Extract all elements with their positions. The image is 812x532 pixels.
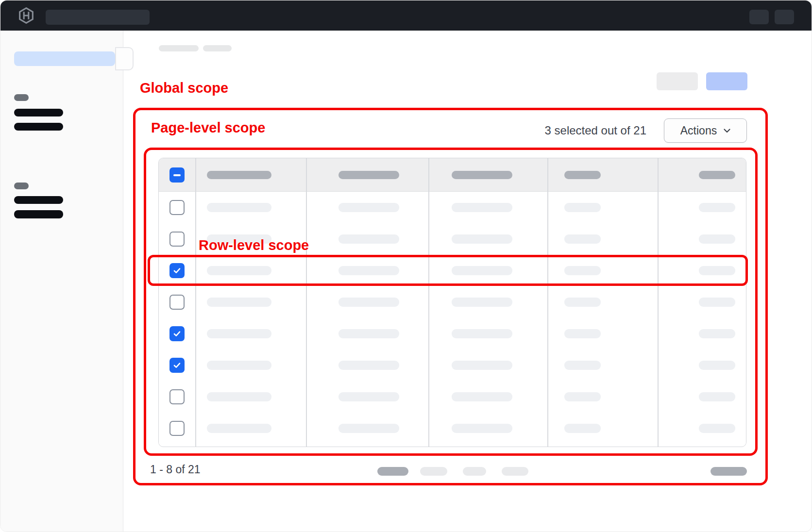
breadcrumb[interactable] bbox=[203, 45, 232, 51]
pagination-page-pill[interactable] bbox=[420, 467, 447, 476]
cell-placeholder bbox=[564, 234, 601, 244]
cell-placeholder bbox=[338, 266, 399, 275]
topbar bbox=[0, 0, 812, 31]
cell-placeholder bbox=[564, 329, 601, 338]
cell-placeholder bbox=[699, 266, 735, 275]
pagination-page-pill[interactable] bbox=[463, 467, 486, 476]
cell-placeholder bbox=[699, 298, 735, 307]
cell-placeholder bbox=[207, 424, 271, 433]
cell-placeholder bbox=[564, 203, 601, 212]
cell-placeholder bbox=[452, 234, 512, 244]
app-window: Global scope Page-level scope Row-level … bbox=[0, 0, 812, 532]
sidebar-item[interactable] bbox=[14, 123, 63, 131]
pagination-control-pill[interactable] bbox=[710, 467, 747, 476]
row-checkbox[interactable] bbox=[169, 200, 185, 215]
topbar-search-input[interactable] bbox=[46, 10, 150, 25]
sidebar bbox=[0, 31, 123, 532]
checkmark-icon bbox=[173, 266, 181, 275]
row-checkbox[interactable] bbox=[169, 232, 185, 247]
indeterminate-icon bbox=[173, 174, 181, 176]
topbar-user-button[interactable] bbox=[775, 10, 794, 24]
cell-placeholder bbox=[338, 203, 399, 212]
column-header-placeholder bbox=[452, 171, 512, 179]
pagination-page-pill-current[interactable] bbox=[377, 467, 408, 476]
cell-placeholder bbox=[207, 361, 271, 370]
cell-placeholder bbox=[338, 392, 399, 401]
actions-button[interactable]: Actions bbox=[664, 118, 747, 143]
cell-placeholder bbox=[207, 329, 271, 338]
column-header-placeholder bbox=[338, 171, 399, 179]
pagination-range: 1 - 8 of 21 bbox=[150, 463, 201, 476]
cell-placeholder bbox=[452, 361, 512, 370]
column-divider bbox=[306, 158, 307, 447]
checkmark-icon bbox=[173, 330, 181, 338]
row-checkbox[interactable] bbox=[169, 421, 185, 436]
column-divider bbox=[658, 158, 659, 447]
column-divider bbox=[195, 158, 196, 447]
topbar-help-button[interactable] bbox=[749, 10, 769, 24]
cell-placeholder bbox=[207, 392, 271, 401]
cell-placeholder bbox=[699, 424, 735, 433]
cell-placeholder bbox=[564, 266, 601, 275]
sidebar-section-label bbox=[14, 183, 29, 189]
sidebar-section-label bbox=[14, 94, 29, 101]
breadcrumb[interactable] bbox=[159, 45, 199, 51]
cell-placeholder bbox=[338, 361, 399, 370]
column-header-placeholder bbox=[564, 171, 601, 179]
data-table bbox=[158, 158, 746, 447]
cell-placeholder bbox=[564, 392, 601, 401]
cell-placeholder bbox=[452, 298, 512, 307]
cell-placeholder bbox=[699, 392, 735, 401]
annotation-row-scope-label: Row-level scope bbox=[199, 237, 309, 253]
hashicorp-logo-icon bbox=[18, 7, 34, 24]
cell-placeholder bbox=[452, 329, 512, 338]
cell-placeholder bbox=[338, 329, 399, 338]
cell-placeholder bbox=[338, 234, 399, 244]
row-checkbox[interactable] bbox=[169, 326, 185, 341]
header-button-primary[interactable] bbox=[706, 72, 747, 90]
annotation-global-scope-label: Global scope bbox=[140, 80, 228, 96]
cell-placeholder bbox=[564, 424, 601, 433]
sidebar-item-selected[interactable] bbox=[14, 51, 115, 66]
cell-placeholder bbox=[699, 361, 735, 370]
sidebar-item[interactable] bbox=[14, 210, 63, 218]
chevron-down-icon bbox=[724, 129, 730, 133]
cell-placeholder bbox=[207, 203, 271, 212]
header-button-secondary[interactable] bbox=[657, 72, 698, 90]
column-divider bbox=[428, 158, 429, 447]
actions-button-label: Actions bbox=[680, 124, 717, 137]
row-checkbox[interactable] bbox=[169, 389, 185, 404]
cell-placeholder bbox=[564, 361, 601, 370]
row-checkbox[interactable] bbox=[169, 263, 185, 278]
sidebar-item[interactable] bbox=[14, 196, 63, 204]
cell-placeholder bbox=[452, 392, 512, 401]
cell-placeholder bbox=[452, 424, 512, 433]
column-divider bbox=[547, 158, 548, 447]
sidebar-item[interactable] bbox=[14, 109, 63, 116]
checkmark-icon bbox=[173, 361, 181, 369]
sidebar-active-tab bbox=[115, 47, 134, 70]
cell-placeholder bbox=[699, 329, 735, 338]
select-all-checkbox[interactable] bbox=[169, 167, 185, 183]
cell-placeholder bbox=[564, 298, 601, 307]
cell-placeholder bbox=[699, 234, 735, 244]
cell-placeholder bbox=[338, 424, 399, 433]
row-checkbox[interactable] bbox=[169, 358, 185, 373]
cell-placeholder bbox=[452, 266, 512, 275]
row-checkbox[interactable] bbox=[169, 295, 185, 310]
cell-placeholder bbox=[338, 298, 399, 307]
cell-placeholder bbox=[699, 203, 735, 212]
selection-summary: 3 selected out of 21 bbox=[438, 124, 646, 137]
column-header-placeholder bbox=[207, 171, 271, 179]
cell-placeholder bbox=[207, 266, 271, 275]
column-header-placeholder bbox=[699, 171, 735, 179]
cell-placeholder bbox=[207, 298, 271, 307]
pagination-page-pill[interactable] bbox=[502, 467, 528, 476]
annotation-page-scope-label: Page-level scope bbox=[151, 120, 265, 136]
cell-placeholder bbox=[452, 203, 512, 212]
